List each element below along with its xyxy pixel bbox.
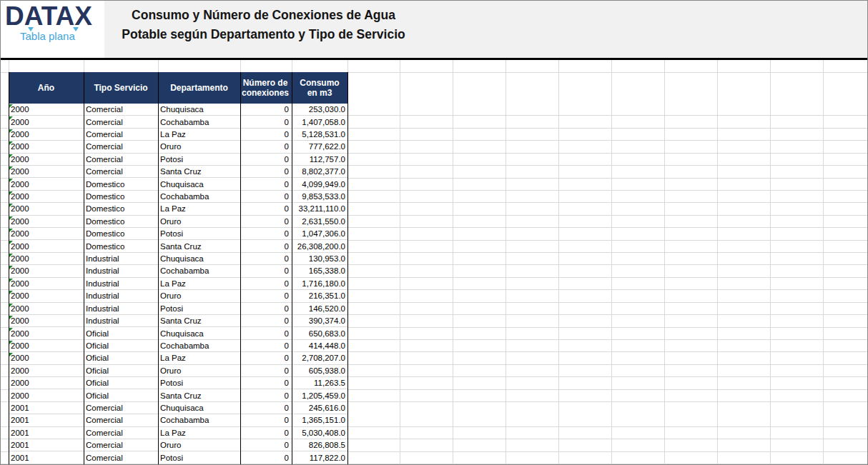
- cell-consumption[interactable]: 777,622.0: [292, 141, 347, 152]
- cell-year[interactable]: 2001: [9, 439, 84, 451]
- cell-connections[interactable]: 0: [240, 129, 292, 140]
- cell-department[interactable]: Santa Cruz: [158, 166, 240, 177]
- cell-connections[interactable]: 0: [240, 352, 292, 364]
- cell-consumption[interactable]: 1,716,180.0: [292, 278, 347, 289]
- cell-year[interactable]: 2001: [9, 427, 84, 439]
- cell-consumption[interactable]: 2,708,207.0: [292, 352, 347, 364]
- cell-connections[interactable]: 0: [240, 154, 292, 165]
- cell-connections[interactable]: 0: [240, 191, 292, 202]
- cell-department[interactable]: Cochabamba: [158, 265, 240, 276]
- cell-consumption[interactable]: 2,631,550.0: [292, 216, 347, 227]
- cell-consumption[interactable]: 390,374.0: [292, 315, 347, 326]
- cell-year[interactable]: 2000: [9, 290, 84, 301]
- cell-department[interactable]: Cochabamba: [158, 340, 240, 351]
- cell-year[interactable]: 2000: [9, 303, 84, 314]
- cell-service[interactable]: Oficial: [84, 377, 158, 389]
- cell-consumption[interactable]: 245,616.0: [292, 402, 347, 414]
- cell-department[interactable]: Oruro: [158, 216, 240, 227]
- cell-year[interactable]: 2000: [9, 178, 84, 189]
- cell-year[interactable]: 2000: [9, 228, 84, 239]
- cell-department[interactable]: La Paz: [158, 352, 240, 364]
- cell-service[interactable]: Industrial: [84, 265, 158, 276]
- cell-consumption[interactable]: 216,351.0: [292, 290, 347, 301]
- cell-department[interactable]: Potosi: [158, 228, 240, 239]
- cell-department[interactable]: Cochabamba: [158, 414, 240, 426]
- cell-connections[interactable]: 0: [240, 116, 292, 127]
- cell-year[interactable]: 2000: [9, 389, 84, 401]
- cell-consumption[interactable]: 165,338.0: [292, 265, 347, 276]
- cell-department[interactable]: Potosi: [158, 154, 240, 165]
- column-header-service[interactable]: Tipo Servicio: [84, 72, 158, 104]
- cell-year[interactable]: 2000: [9, 116, 84, 127]
- cell-year[interactable]: 2000: [9, 191, 84, 202]
- cell-consumption[interactable]: 112,757.0: [292, 154, 347, 165]
- cell-department[interactable]: Santa Cruz: [158, 389, 240, 401]
- cell-connections[interactable]: 0: [240, 427, 292, 439]
- cell-department[interactable]: Potosi: [158, 303, 240, 314]
- cell-service[interactable]: Domestico: [84, 240, 158, 251]
- cell-service[interactable]: Domestico: [84, 203, 158, 214]
- cell-connections[interactable]: 0: [240, 327, 292, 339]
- cell-year[interactable]: 2000: [9, 377, 84, 389]
- column-header-connections[interactable]: Número de conexiones: [240, 72, 292, 104]
- column-header-consumption[interactable]: Consumo en m3: [292, 72, 347, 104]
- cell-consumption[interactable]: 1,047,306.0: [292, 228, 347, 239]
- cell-department[interactable]: Chuquisaca: [158, 402, 240, 414]
- cell-consumption[interactable]: 130,953.0: [292, 253, 347, 264]
- cell-year[interactable]: 2000: [9, 104, 84, 115]
- cell-consumption[interactable]: 11,263.5: [292, 377, 347, 389]
- cell-service[interactable]: Domestico: [84, 228, 158, 239]
- cell-year[interactable]: 2001: [9, 402, 84, 414]
- cell-connections[interactable]: 0: [240, 253, 292, 264]
- cell-consumption[interactable]: 605,938.0: [292, 365, 347, 376]
- cell-department[interactable]: Oruro: [158, 290, 240, 301]
- cell-consumption[interactable]: 146,520.0: [292, 303, 347, 314]
- cell-consumption[interactable]: 650,683.0: [292, 327, 347, 339]
- cell-service[interactable]: Comercial: [84, 129, 158, 140]
- cell-service[interactable]: Comercial: [84, 414, 158, 426]
- cell-connections[interactable]: 0: [240, 166, 292, 177]
- cell-service[interactable]: Oficial: [84, 365, 158, 376]
- cell-year[interactable]: 2000: [9, 154, 84, 165]
- cell-department[interactable]: La Paz: [158, 427, 240, 439]
- cell-connections[interactable]: 0: [240, 278, 292, 289]
- cell-connections[interactable]: 0: [240, 377, 292, 389]
- cell-year[interactable]: 2000: [9, 278, 84, 289]
- cell-year[interactable]: 2000: [9, 352, 84, 364]
- cell-year[interactable]: 2000: [9, 203, 84, 214]
- cell-connections[interactable]: 0: [240, 303, 292, 314]
- cell-department[interactable]: Oruro: [158, 365, 240, 376]
- cell-department[interactable]: Oruro: [158, 141, 240, 152]
- cell-department[interactable]: Santa Cruz: [158, 240, 240, 251]
- cell-service[interactable]: Oficial: [84, 327, 158, 339]
- cell-department[interactable]: Potosi: [158, 377, 240, 389]
- cell-department[interactable]: Chuquisaca: [158, 253, 240, 264]
- cell-department[interactable]: Chuquisaca: [158, 104, 240, 115]
- cell-consumption[interactable]: 1,365,151.0: [292, 414, 347, 426]
- cell-connections[interactable]: 0: [240, 315, 292, 326]
- cell-connections[interactable]: 0: [240, 240, 292, 251]
- cell-connections[interactable]: 0: [240, 290, 292, 301]
- cell-service[interactable]: Domestico: [84, 178, 158, 189]
- cell-year[interactable]: 2000: [9, 166, 84, 177]
- cell-year[interactable]: 2000: [9, 216, 84, 227]
- cell-consumption[interactable]: 826,808.5: [292, 439, 347, 451]
- cell-connections[interactable]: 0: [240, 216, 292, 227]
- cell-connections[interactable]: 0: [240, 228, 292, 239]
- cell-connections[interactable]: 0: [240, 265, 292, 276]
- cell-year[interactable]: 2000: [9, 340, 84, 351]
- cell-consumption[interactable]: 8,802,377.0: [292, 166, 347, 177]
- cell-department[interactable]: La Paz: [158, 203, 240, 214]
- cell-department[interactable]: Santa Cruz: [158, 315, 240, 326]
- cell-service[interactable]: Comercial: [84, 154, 158, 165]
- cell-year[interactable]: 2000: [9, 129, 84, 140]
- cell-service[interactable]: Industrial: [84, 278, 158, 289]
- cell-consumption[interactable]: 9,853,533.0: [292, 191, 347, 202]
- cell-service[interactable]: Comercial: [84, 439, 158, 451]
- cell-service[interactable]: Domestico: [84, 216, 158, 227]
- cell-service[interactable]: Oficial: [84, 340, 158, 351]
- cell-year[interactable]: 2000: [9, 315, 84, 326]
- cell-year[interactable]: 2000: [9, 365, 84, 376]
- cell-service[interactable]: Domestico: [84, 191, 158, 202]
- cell-consumption[interactable]: 26,308,200.0: [292, 240, 347, 251]
